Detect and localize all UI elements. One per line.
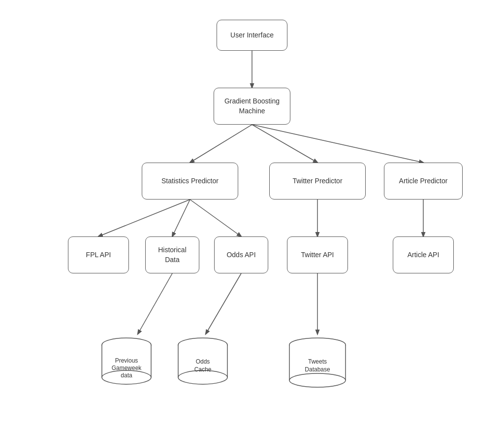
svg-line-2 xyxy=(252,125,317,163)
svg-text:Gameweek: Gameweek xyxy=(112,365,142,371)
svg-text:Cache: Cache xyxy=(194,366,212,373)
historical-data-node: Historical Data xyxy=(145,236,199,273)
diagram-container: User Interface Gradient Boosting Machine… xyxy=(0,0,504,435)
svg-line-1 xyxy=(190,125,252,163)
svg-text:data: data xyxy=(121,372,132,379)
svg-point-31 xyxy=(289,373,346,387)
arrows-svg xyxy=(0,0,504,435)
svg-text:Odds: Odds xyxy=(196,358,210,365)
twitter-api-node: Twitter API xyxy=(287,236,348,273)
tweets-database-cylinder: Tweets Database xyxy=(287,334,348,393)
fpl-api-node: FPL API xyxy=(68,236,129,273)
gradient-boosting-node: Gradient Boosting Machine xyxy=(214,88,290,125)
svg-line-5 xyxy=(172,200,190,236)
user-interface-node: User Interface xyxy=(217,20,287,51)
statistics-predictor-node: Statistics Predictor xyxy=(142,163,238,200)
odds-cache-cylinder: Odds Cache xyxy=(176,334,230,388)
twitter-predictor-node: Twitter Predictor xyxy=(269,163,366,200)
tweets-db-svg: Tweets Database xyxy=(287,334,348,393)
svg-line-6 xyxy=(190,200,241,236)
svg-line-3 xyxy=(252,125,423,163)
svg-line-10 xyxy=(206,273,241,334)
cylinder-svg: Previous Gameweek data xyxy=(99,334,154,388)
svg-line-4 xyxy=(98,200,190,236)
article-api-node: Article API xyxy=(393,236,454,273)
svg-text:Database: Database xyxy=(305,366,330,373)
svg-line-9 xyxy=(138,273,172,334)
historical-data-label: Historical Data xyxy=(158,245,187,265)
odds-cache-svg: Odds Cache xyxy=(176,334,230,388)
previous-gameweek-cylinder: Previous Gameweek data xyxy=(99,334,154,388)
gradient-boosting-label: Gradient Boosting Machine xyxy=(224,97,280,116)
odds-api-node: Odds API xyxy=(214,236,268,273)
svg-text:Previous: Previous xyxy=(115,357,138,364)
svg-text:Tweets: Tweets xyxy=(308,358,327,365)
article-predictor-node: Article Predictor xyxy=(384,163,463,200)
